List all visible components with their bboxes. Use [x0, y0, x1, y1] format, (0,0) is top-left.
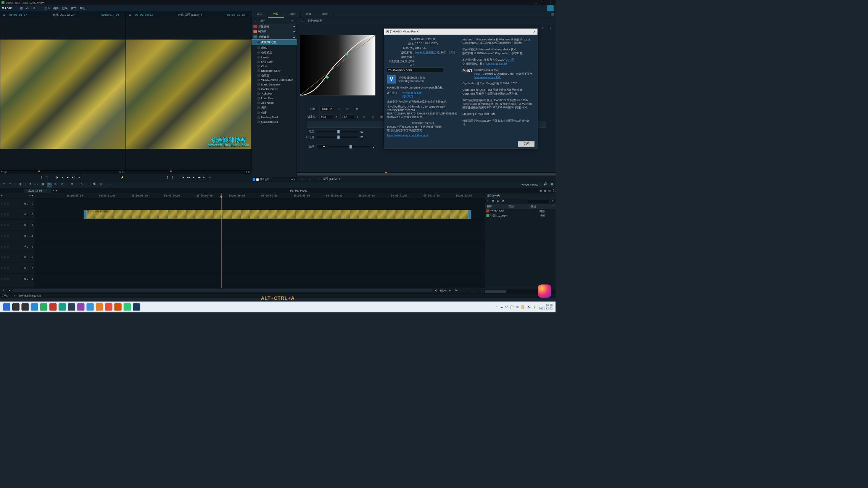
project-tab[interactable]: 2021-12-03 × — [24, 189, 51, 193]
track-fx-icon[interactable]: ⊕ — [24, 277, 26, 280]
source-popout-icon[interactable] — [247, 13, 250, 16]
fx-item[interactable]: Lens Flare — [251, 96, 296, 101]
qt-company-link[interactable]: Qt 公司 — [506, 58, 514, 61]
track-row[interactable] — [34, 220, 485, 230]
panel-popout-icon[interactable]: ◲ — [550, 11, 556, 17]
link-icon[interactable]: ⧉ — [53, 182, 58, 187]
track-vol-icon[interactable]: ♪ — [27, 202, 29, 205]
delete-icon[interactable]: 🗑 — [18, 182, 23, 187]
keyframe-scrollbar[interactable] — [297, 172, 556, 176]
playhead[interactable] — [221, 193, 222, 288]
mp-up-icon[interactable]: ↑ — [486, 200, 490, 203]
zoom-tool-icon[interactable]: 🔍 — [92, 182, 97, 187]
solo-toggle[interactable] — [4, 213, 6, 215]
track-vol-icon[interactable]: ♪ — [27, 277, 29, 280]
curve-editor[interactable] — [300, 35, 375, 96]
fx-item[interactable]: 艺术滤镜 — [251, 91, 296, 96]
mute-toggle[interactable] — [1, 256, 3, 258]
program-popout-icon[interactable] — [121, 13, 124, 16]
solo-toggle[interactable] — [4, 246, 6, 248]
track-fx-icon[interactable]: ⊕ — [24, 245, 26, 248]
license-terms-link[interactable]: 许可条款和条件 — [403, 91, 421, 94]
group-icon[interactable]: ▦ — [40, 182, 45, 187]
goto-start-icon[interactable]: |◂ — [55, 176, 60, 180]
taskbar-app[interactable] — [96, 303, 103, 311]
lock-toggle[interactable] — [7, 213, 9, 215]
track-vol-icon[interactable]: ♪ — [27, 267, 29, 270]
step-fwd-icon[interactable]: ▸| — [71, 176, 76, 180]
fx-item[interactable]: Unsharp Mask — [251, 115, 296, 120]
support-link[interactable]: https://www.magix.com/int/support — [387, 134, 428, 137]
play-icon[interactable]: ▸ — [66, 176, 70, 180]
menu-effects[interactable]: 效果 — [62, 6, 68, 10]
tl-mode-button[interactable]: 6 — [536, 184, 538, 187]
fx-tool-icon[interactable]: ✦ — [109, 182, 114, 187]
play-icon[interactable]: ▸ — [192, 176, 196, 180]
lock-toggle[interactable] — [7, 278, 9, 280]
monitor-menu-icon[interactable]: ☰ — [127, 12, 133, 18]
menu-window[interactable]: 窗口 — [71, 6, 76, 10]
compare-icon[interactable]: ⇥ — [547, 25, 553, 31]
mute-toggle[interactable] — [1, 203, 3, 205]
mute-toggle[interactable] — [1, 235, 3, 237]
zoom-out-icon[interactable]: − — [460, 288, 464, 292]
curve-tool1-icon[interactable]: ∿ — [336, 106, 342, 112]
stretch-tool-icon[interactable]: ↔ — [86, 182, 91, 187]
instagram-float-icon[interactable] — [538, 285, 551, 298]
track-header[interactable]: ⊕ ♪ 8 — [0, 274, 34, 284]
project-menu-icon[interactable]: ▾ — [56, 189, 58, 192]
view-grid-icon[interactable]: ▦ — [544, 189, 546, 192]
track-header[interactable]: ⊕ ♪ 5 — [0, 241, 34, 252]
channel-select[interactable]: RGB — [319, 106, 333, 111]
mp-close-icon[interactable]: ✕ — [551, 200, 554, 203]
fx-item[interactable]: VEGAS Video Stabilization — [251, 78, 296, 82]
taskbar-app[interactable] — [114, 303, 122, 311]
track-row[interactable] — [34, 263, 485, 274]
mark-out-icon[interactable]: ] — [171, 176, 175, 180]
view-story-icon[interactable]: ▭ — [548, 189, 551, 192]
tray-battery-icon[interactable]: 🔋 — [533, 305, 536, 308]
menu-edit[interactable]: 编辑 — [53, 6, 59, 10]
taskbar-app[interactable] — [133, 303, 140, 311]
menubar-open-icon[interactable]: 🗁 — [26, 7, 29, 10]
system-tray[interactable]: ^ ☁ 🛡 💬 中 🛜 🔊 🔋 10:10 2021-12-03 — [496, 304, 552, 310]
fx-item[interactable]: Glow — [251, 64, 296, 69]
solo-toggle[interactable] — [4, 224, 6, 226]
mute-toggle[interactable] — [1, 246, 3, 248]
fx-item[interactable]: 色彩校正 — [251, 50, 296, 55]
privacy-link[interactable]: 隐私政策 — [403, 95, 413, 98]
track-fx-icon[interactable]: ⊕ — [24, 256, 26, 259]
fx-item[interactable]: Broadcast Color — [251, 68, 296, 73]
track-row[interactable] — [34, 198, 485, 209]
marker-icon[interactable]: ⚑ — [69, 182, 74, 187]
track-header[interactable]: ⊕ ♪ 7 — [0, 263, 34, 274]
lock-toggle[interactable] — [7, 267, 9, 269]
fx-dropdown-icon[interactable]: ▾ — [289, 18, 295, 24]
taskbar-app[interactable] — [105, 303, 112, 311]
tray-wifi-icon[interactable]: 🛜 — [521, 305, 525, 308]
redo-icon[interactable]: ↷ — [8, 182, 13, 187]
fx-enable-check2[interactable] — [256, 178, 259, 181]
tray-lang-icon[interactable]: 中 — [516, 305, 519, 309]
bc-back-icon[interactable]: ← — [307, 176, 313, 182]
about-close-button[interactable]: 关闭 — [518, 141, 535, 147]
track-fx-icon[interactable]: ⊕ — [24, 224, 26, 227]
mp-cols-menu-icon[interactable]: ≡ — [551, 204, 556, 209]
goto-start-icon[interactable]: |◂ — [181, 176, 185, 180]
export-icon[interactable]: ⚡ — [120, 176, 124, 180]
taskbar-app[interactable] — [77, 303, 84, 311]
fx-group[interactable]: 标题编辑▾ — [251, 24, 296, 29]
fx-item[interactable]: 锐度 — [251, 110, 296, 115]
bc-expand-icon[interactable]: ⌄ — [300, 176, 305, 182]
fx-item[interactable]: 色度键 — [251, 73, 296, 78]
mark-in-icon[interactable]: [ — [165, 176, 170, 180]
track-vol-icon[interactable]: ♪ — [27, 234, 29, 237]
track-vol-icon[interactable]: ♪ — [27, 224, 29, 227]
tray-onedrive-icon[interactable]: ☁ — [500, 305, 503, 308]
record-icon[interactable]: ● — [208, 176, 212, 180]
solo-toggle[interactable] — [4, 235, 6, 237]
mp-link-icon[interactable]: ⧉ — [496, 200, 499, 203]
video-clip[interactable]: 公园 (13).MP4 麻雀曲目1 — [84, 210, 471, 219]
track-header[interactable]: ⊕ ♪ 3 — [0, 220, 34, 230]
lock-toggle[interactable] — [7, 246, 9, 248]
